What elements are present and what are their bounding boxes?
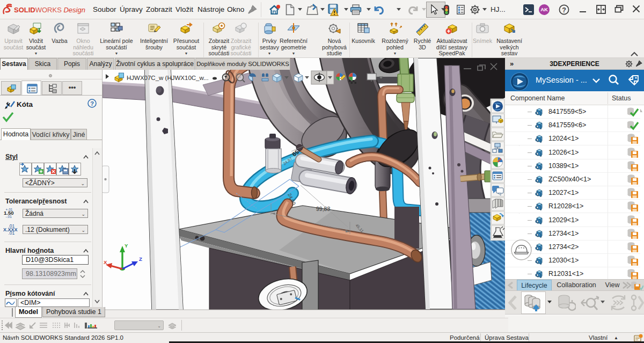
svg-text:X: X (104, 259, 107, 265)
svg-text:Z: Z (139, 256, 142, 262)
svg-text:?: ? (90, 100, 94, 107)
svg-text:SOLIDWORKS Design: SOLIDWORKS Design (14, 6, 85, 14)
svg-text:HJWX07C_w (HJWX10C_w...: HJWX07C_w (HJWX10C_w... (127, 75, 209, 81)
svg-text:Y: Y (125, 243, 128, 249)
svg-text:99,88: 99,88 (316, 206, 330, 212)
svg-text:?: ? (562, 6, 566, 14)
